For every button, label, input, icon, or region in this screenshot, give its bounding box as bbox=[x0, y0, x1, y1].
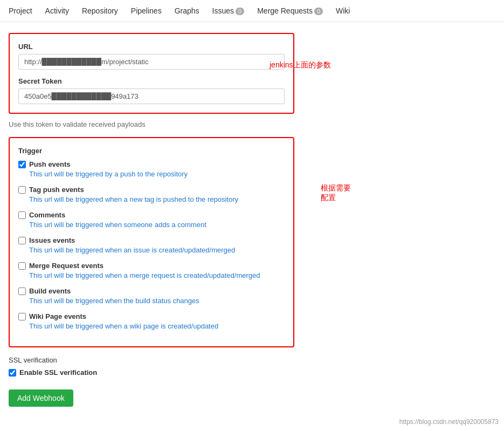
nav-item-graphs[interactable]: Graphs bbox=[175, 4, 199, 17]
url-token-box: URL Secret Token bbox=[9, 33, 294, 114]
trigger-item-name: Build events bbox=[29, 287, 71, 295]
trigger-checkbox-5[interactable] bbox=[18, 288, 26, 295]
trigger-item: Merge Request eventsThis url will be tri… bbox=[18, 262, 285, 279]
nav-item-merge-requests[interactable]: Merge Requests0 bbox=[257, 4, 323, 17]
trigger-item-desc: This url will be triggered when a merge … bbox=[29, 271, 285, 279]
trigger-checkbox-1[interactable] bbox=[18, 186, 26, 194]
nav-item-activity[interactable]: Activity bbox=[45, 4, 69, 17]
nav-badge-merge-requests: 0 bbox=[314, 8, 323, 15]
trigger-item-name: Comments bbox=[29, 211, 65, 219]
trigger-item-desc: This url will be triggered when the buil… bbox=[29, 297, 285, 305]
trigger-item-name: Push events bbox=[29, 160, 71, 168]
nav-badge-issues: 0 bbox=[236, 8, 244, 15]
trigger-item: Issues eventsThis url will be triggered … bbox=[18, 236, 285, 254]
nav-item-issues[interactable]: Issues0 bbox=[212, 4, 245, 17]
ssl-section: SSL verification Enable SSL verification bbox=[9, 356, 495, 377]
annotation-jenkins: jenkins上面的参数 bbox=[270, 60, 331, 70]
trigger-item: Push eventsThis url will be triggered by… bbox=[18, 160, 285, 178]
nav-item-wiki[interactable]: Wiki bbox=[336, 4, 350, 17]
trigger-box: Trigger Push eventsThis url will be trig… bbox=[9, 137, 294, 347]
annotation-config: 根据需要 配置 bbox=[321, 183, 351, 203]
add-webhook-button[interactable]: Add Webhook bbox=[9, 389, 73, 407]
trigger-item-desc: This url will be triggered when an issue… bbox=[29, 246, 285, 254]
trigger-item-desc: This url will be triggered when a wiki p… bbox=[29, 322, 285, 330]
url-label: URL bbox=[18, 43, 285, 51]
trigger-checkbox-0[interactable] bbox=[18, 161, 26, 168]
trigger-item-name: Merge Request events bbox=[29, 262, 103, 270]
trigger-checkbox-4[interactable] bbox=[18, 262, 26, 270]
trigger-item: CommentsThis url will be triggered when … bbox=[18, 211, 285, 229]
url-input[interactable] bbox=[18, 54, 285, 70]
trigger-item-name: Wiki Page events bbox=[29, 312, 86, 320]
nav-item-project[interactable]: Project bbox=[9, 4, 32, 17]
hint-text: Use this token to validate received payl… bbox=[9, 120, 495, 128]
trigger-item: Wiki Page eventsThis url will be trigger… bbox=[18, 312, 285, 330]
nav-item-pipelines[interactable]: Pipelines bbox=[131, 4, 162, 17]
main-content: URL Secret Token Use this token to valid… bbox=[0, 22, 504, 418]
token-label: Secret Token bbox=[18, 77, 285, 85]
trigger-checkbox-2[interactable] bbox=[18, 211, 26, 219]
token-input[interactable] bbox=[18, 88, 285, 104]
trigger-item-name: Tag push events bbox=[29, 186, 84, 194]
trigger-checkbox-6[interactable] bbox=[18, 313, 26, 320]
trigger-checkbox-3[interactable] bbox=[18, 237, 26, 244]
trigger-item: Tag push eventsThis url will be triggere… bbox=[18, 186, 285, 203]
ssl-section-label: SSL verification bbox=[9, 356, 495, 364]
trigger-item: Build eventsThis url will be triggered w… bbox=[18, 287, 285, 305]
trigger-item-desc: This url will be triggered when a new ta… bbox=[29, 195, 285, 203]
top-nav: ProjectActivityRepositoryPipelinesGraphs… bbox=[0, 0, 504, 22]
trigger-item-name: Issues events bbox=[29, 236, 75, 244]
nav-item-repository[interactable]: Repository bbox=[82, 4, 118, 17]
trigger-item-desc: This url will be triggered by a push to … bbox=[29, 170, 285, 178]
ssl-checkbox[interactable] bbox=[9, 369, 16, 377]
trigger-item-desc: This url will be triggered when someone … bbox=[29, 221, 285, 229]
ssl-enable-label: Enable SSL verification bbox=[19, 368, 97, 377]
trigger-label: Trigger bbox=[18, 147, 285, 155]
